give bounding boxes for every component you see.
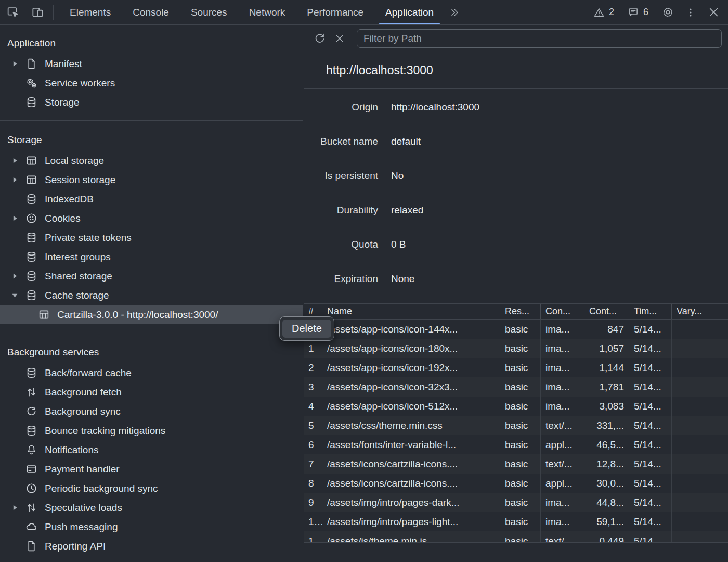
sidebar-item-speculative-loads[interactable]: Speculative loads	[0, 498, 303, 517]
device-toolbar-button[interactable]	[25, 0, 50, 24]
cell-index: 5	[304, 416, 322, 435]
table-row[interactable]: 4 /assets/app-icons/icon-512x... basic i…	[304, 397, 728, 416]
column-header-vary[interactable]: Vary...	[672, 304, 728, 319]
cell-index: 4	[304, 397, 322, 416]
sidebar-item-cookies[interactable]: Cookies	[0, 209, 303, 228]
table-icon	[25, 173, 38, 186]
close-devtools-button[interactable]	[701, 6, 726, 19]
tab-application[interactable]: Application	[374, 0, 445, 24]
message-count: 6	[643, 7, 648, 18]
sidebar-item-interest-groups[interactable]: Interest groups	[0, 247, 303, 266]
customize-menu-button[interactable]	[680, 7, 701, 18]
cell-index: 7	[304, 454, 322, 474]
delete-selected-button[interactable]	[330, 29, 349, 48]
application-sidebar: Application Manifest Service workers Sto…	[0, 25, 303, 562]
settings-button[interactable]	[655, 6, 680, 19]
sidebar-item-bounce-tracking-mitigations[interactable]: Bounce tracking mitigations	[0, 421, 303, 440]
x-icon	[333, 32, 346, 45]
tab-performance[interactable]: Performance	[296, 0, 374, 24]
filter-by-path-input[interactable]	[357, 29, 722, 48]
chevron-right-icon[interactable]	[11, 176, 25, 183]
table-row[interactable]: 1... /assets/img/intro/pages-light... ba…	[304, 512, 728, 531]
gear-icon	[661, 6, 674, 19]
table-row[interactable]: 8 /assets/icons/cartzilla-icons.... basi…	[304, 474, 728, 493]
origin-heading: http://localhost:3000	[304, 52, 728, 88]
table-row[interactable]: 1 /assets/app-icons/icon-180x... basic i…	[304, 339, 728, 358]
sidebar-item-notifications[interactable]: Notifications	[0, 440, 303, 459]
cell-content-length: 0,449	[584, 531, 629, 542]
sidebar-item-label: Payment handler	[45, 464, 120, 475]
sidebar-item-back-forward-cache[interactable]: Back/forward cache	[0, 363, 303, 382]
sidebar-item-label: Bounce tracking mitigations	[45, 425, 165, 437]
table-row[interactable]: 5 /assets/css/theme.min.css basic text/.…	[304, 416, 728, 435]
console-warnings-indicator[interactable]: 2	[593, 7, 614, 18]
tab-elements[interactable]: Elements	[59, 0, 122, 24]
table-row[interactable]: 1... /assets/js/theme.min.js basic text/…	[304, 531, 728, 542]
sidebar-item-cache-cartzilla[interactable]: Cartzilla-3.0.0 - http://localhost:3000/	[0, 305, 303, 324]
sidebar-item-shared-storage[interactable]: Shared storage	[0, 266, 303, 286]
meta-row-bucket-name: Bucket name default	[304, 124, 728, 159]
table-row[interactable]: 9 /assets/img/intro/pages-dark... basic …	[304, 493, 728, 512]
cell-vary	[672, 474, 728, 493]
sidebar-item-reporting-api[interactable]: Reporting API	[0, 537, 303, 556]
column-header-name[interactable]: Name	[322, 304, 500, 319]
sidebar-item-indexeddb[interactable]: IndexedDB	[0, 189, 303, 209]
meta-value: default	[391, 136, 421, 147]
meta-row-durability: Durability relaxed	[304, 193, 728, 227]
meta-row-is-persistent: Is persistent No	[304, 159, 728, 193]
table-row[interactable]: 6 /assets/fonts/inter-variable-l... basi…	[304, 435, 728, 454]
sidebar-item-manifest[interactable]: Manifest	[0, 54, 303, 73]
sidebar-item-service-workers[interactable]: Service workers	[0, 73, 303, 93]
refresh-button[interactable]	[310, 29, 330, 48]
inspect-element-button[interactable]	[0, 0, 25, 24]
sidebar-item-background-sync[interactable]: Background sync	[0, 402, 303, 421]
chevron-right-icon[interactable]	[11, 60, 25, 67]
clock-icon	[25, 482, 38, 495]
sidebar-item-session-storage[interactable]: Session storage	[0, 170, 303, 189]
sidebar-item-private-state-tokens[interactable]: Private state tokens	[0, 228, 303, 247]
sidebar-item-local-storage[interactable]: Local storage	[0, 151, 303, 170]
chevron-right-icon[interactable]	[11, 215, 25, 222]
cell-response-type: basic	[500, 474, 541, 493]
sidebar-item-payment-handler[interactable]: Payment handler	[0, 459, 303, 479]
sidebar-item-background-fetch[interactable]: Background fetch	[0, 382, 303, 402]
cell-time-cached: 5/14...	[629, 435, 672, 454]
chevron-right-icon[interactable]	[11, 504, 25, 511]
chevron-down-icon[interactable]	[11, 292, 25, 299]
table-row[interactable]: 7 /assets/icons/cartzilla-icons.... basi…	[304, 454, 728, 474]
more-tabs-button[interactable]	[445, 0, 464, 24]
column-header-time-cached[interactable]: Tim...	[629, 304, 672, 319]
sidebar-item-periodic-background-sync[interactable]: Periodic background sync	[0, 479, 303, 498]
table-header: # Name Res... Con... Cont... Tim... Vary…	[304, 303, 728, 320]
table-row[interactable]: 2 /assets/app-icons/icon-192x... basic i…	[304, 358, 728, 377]
column-header-response-type[interactable]: Res...	[500, 304, 541, 319]
cell-name: /assets/css/theme.min.css	[322, 416, 500, 435]
table-row[interactable]: 0 /assets/app-icons/icon-144x... basic i…	[304, 320, 728, 339]
tab-sources[interactable]: Sources	[180, 0, 238, 24]
tab-network[interactable]: Network	[238, 0, 296, 24]
cell-name: /assets/img/intro/pages-dark...	[322, 493, 500, 512]
column-header-content-type[interactable]: Con...	[541, 304, 584, 319]
column-header-content-length[interactable]: Cont...	[584, 304, 629, 319]
chevron-right-icon[interactable]	[11, 273, 25, 279]
sidebar-item-push-messaging[interactable]: Push messaging	[0, 517, 303, 537]
tab-console[interactable]: Console	[122, 0, 180, 24]
chevron-right-icon[interactable]	[11, 157, 25, 164]
sidebar-item-cache-storage[interactable]: Cache storage	[0, 286, 303, 305]
context-menu-item-delete[interactable]: Delete	[282, 320, 331, 338]
cookie-icon	[25, 212, 38, 225]
table-row[interactable]: 3 /assets/app-icons/icon-32x3... basic i…	[304, 377, 728, 397]
meta-label: Is persistent	[304, 170, 378, 182]
table-body: 0 /assets/app-icons/icon-144x... basic i…	[304, 320, 728, 542]
cell-content-length: 46,5...	[584, 435, 629, 454]
cell-content-type: ima...	[541, 493, 584, 512]
database-icon	[25, 250, 38, 263]
chevron-double-right-icon	[449, 7, 460, 18]
sidebar-item-label: Cache storage	[45, 290, 109, 301]
cell-response-type: basic	[500, 493, 541, 512]
file-icon	[25, 540, 38, 553]
section-title-application: Application	[0, 32, 303, 54]
sidebar-item-storage[interactable]: Storage	[0, 93, 303, 112]
cell-name: /assets/app-icons/icon-32x3...	[322, 377, 500, 397]
console-messages-indicator[interactable]: 6	[628, 7, 648, 18]
